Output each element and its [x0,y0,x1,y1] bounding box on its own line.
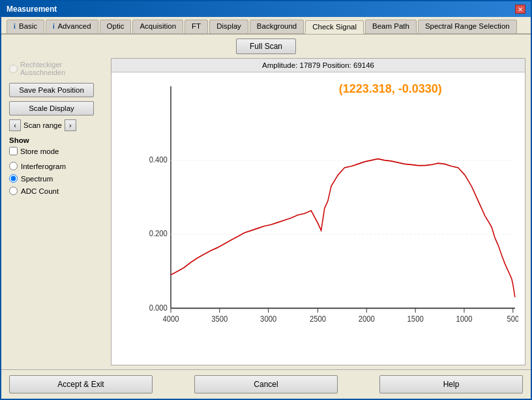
radio-spectrum: Spectrum [9,174,106,183]
chart-svg: 0.000 0.200 0.400 4000 3500 3000 2500 [144,79,518,345]
tab-ft[interactable]: FT [185,20,208,33]
tab-bar: i Basic i Advanced Optic Acquisition FT … [1,17,531,35]
info-icon-advanced: i [53,23,55,30]
close-button[interactable]: ✕ [515,5,525,14]
tab-background[interactable]: Background [250,20,304,33]
scale-display-button[interactable]: Scale Display [9,101,94,115]
main-window: Measurement ✕ i Basic i Advanced Optic A… [0,0,532,400]
svg-text:0.400: 0.400 [149,155,168,165]
tab-advanced[interactable]: i Advanced [46,20,98,33]
scan-range-row: ‹ Scan range › [9,119,106,131]
chart-area: Amplitude: 17879 Position: 69146 (1223.3… [111,58,525,365]
svg-text:2000: 2000 [359,314,375,324]
window-title: Measurement [7,5,57,14]
display-type-group: Interferogram Spectrum ADC Count [9,162,106,195]
tab-optic[interactable]: Optic [100,20,132,33]
radio-adc-count: ADC Count [9,187,106,195]
left-panel: Rechteckiger Ausschneiden Save Peak Posi… [7,58,111,365]
svg-text:0.000: 0.000 [149,303,168,313]
disabled-crop-option: Rechteckiger Ausschneiden [9,61,106,76]
store-mode-label: Store mode [20,147,59,155]
radio-interferogram: Interferogram [9,162,106,170]
tab-beam-path[interactable]: Beam Path [365,20,417,33]
cancel-button[interactable]: Cancel [194,375,338,393]
scan-range-label: Scan range [23,121,62,129]
footer-buttons: Accept & Exit Cancel Help [1,369,531,399]
tab-basic[interactable]: i Basic [7,20,44,33]
content-area: Full Scan Rechteckiger Ausschneiden Save… [1,35,531,369]
scan-range-next-button[interactable]: › [65,119,76,131]
svg-text:3000: 3000 [260,314,276,324]
svg-text:1500: 1500 [407,314,424,324]
tab-spectral-range[interactable]: Spectral Range Selection [418,20,517,33]
radio-interferogram-label: Interferogram [21,162,66,170]
top-controls: Full Scan [7,38,525,54]
svg-text:2500: 2500 [310,314,326,324]
chart-body: (1223.318, -0.0330) 0.000 0.200 [111,72,525,365]
radio-interferogram-input[interactable] [9,162,18,170]
scan-range-prev-button[interactable]: ‹ [9,119,21,131]
save-peak-button[interactable]: Save Peak Position [9,83,94,97]
chart-header: Amplitude: 17879 Position: 69146 [111,59,525,72]
info-icon-basic: i [14,23,16,30]
radio-adc-count-input[interactable] [9,187,18,195]
radio-spectrum-input[interactable] [9,174,18,183]
main-panel: Rechteckiger Ausschneiden Save Peak Posi… [7,58,525,365]
radio-spectrum-label: Spectrum [21,175,53,183]
radio-adc-count-label: ADC Count [21,187,59,195]
tab-display[interactable]: Display [209,20,248,33]
full-scan-button[interactable]: Full Scan [236,38,296,54]
scale-display-row: Scale Display [9,101,106,115]
title-bar: Measurement ✕ [1,1,531,17]
tab-acquisition[interactable]: Acquisition [132,20,183,33]
svg-text:500: 500 [507,314,518,324]
store-mode-row: Store mode [9,147,106,155]
accept-exit-button[interactable]: Accept & Exit [9,375,153,393]
save-peak-row: Save Peak Position [9,83,106,97]
tab-check-signal[interactable]: Check Signal [305,20,364,34]
store-mode-checkbox[interactable] [9,147,18,155]
help-button[interactable]: Help [379,375,523,393]
svg-text:1000: 1000 [456,314,472,324]
chart-header-text: Amplitude: 17879 Position: 69146 [262,61,374,69]
svg-text:3500: 3500 [211,314,228,324]
svg-text:4000: 4000 [162,314,179,324]
svg-text:0.200: 0.200 [149,229,168,239]
show-label: Show [9,136,106,144]
